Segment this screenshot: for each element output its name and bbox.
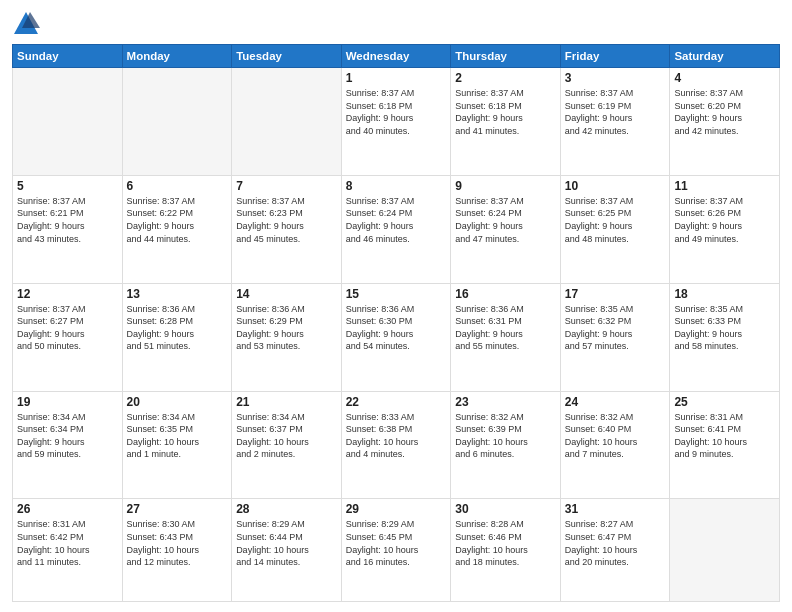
calendar-cell: 16Sunrise: 8:36 AM Sunset: 6:31 PM Dayli…: [451, 283, 561, 391]
page: SundayMondayTuesdayWednesdayThursdayFrid…: [0, 0, 792, 612]
day-info: Sunrise: 8:35 AM Sunset: 6:33 PM Dayligh…: [674, 303, 775, 353]
day-info: Sunrise: 8:28 AM Sunset: 6:46 PM Dayligh…: [455, 518, 556, 568]
day-number: 11: [674, 179, 775, 193]
day-number: 1: [346, 71, 447, 85]
calendar-cell: [122, 68, 232, 176]
calendar-cell: 17Sunrise: 8:35 AM Sunset: 6:32 PM Dayli…: [560, 283, 670, 391]
logo: [12, 10, 44, 38]
weekday-header-wednesday: Wednesday: [341, 45, 451, 68]
calendar-week-1: 5Sunrise: 8:37 AM Sunset: 6:21 PM Daylig…: [13, 175, 780, 283]
calendar-week-4: 26Sunrise: 8:31 AM Sunset: 6:42 PM Dayli…: [13, 499, 780, 602]
day-info: Sunrise: 8:34 AM Sunset: 6:34 PM Dayligh…: [17, 411, 118, 461]
day-number: 3: [565, 71, 666, 85]
calendar-cell: 22Sunrise: 8:33 AM Sunset: 6:38 PM Dayli…: [341, 391, 451, 499]
day-info: Sunrise: 8:37 AM Sunset: 6:27 PM Dayligh…: [17, 303, 118, 353]
day-number: 5: [17, 179, 118, 193]
day-info: Sunrise: 8:33 AM Sunset: 6:38 PM Dayligh…: [346, 411, 447, 461]
calendar-cell: 2Sunrise: 8:37 AM Sunset: 6:18 PM Daylig…: [451, 68, 561, 176]
calendar-cell: 9Sunrise: 8:37 AM Sunset: 6:24 PM Daylig…: [451, 175, 561, 283]
calendar-cell: 27Sunrise: 8:30 AM Sunset: 6:43 PM Dayli…: [122, 499, 232, 602]
day-number: 21: [236, 395, 337, 409]
day-info: Sunrise: 8:34 AM Sunset: 6:35 PM Dayligh…: [127, 411, 228, 461]
day-info: Sunrise: 8:31 AM Sunset: 6:42 PM Dayligh…: [17, 518, 118, 568]
calendar-cell: 8Sunrise: 8:37 AM Sunset: 6:24 PM Daylig…: [341, 175, 451, 283]
calendar-cell: [232, 68, 342, 176]
day-number: 14: [236, 287, 337, 301]
calendar-cell: 29Sunrise: 8:29 AM Sunset: 6:45 PM Dayli…: [341, 499, 451, 602]
day-number: 15: [346, 287, 447, 301]
calendar-week-0: 1Sunrise: 8:37 AM Sunset: 6:18 PM Daylig…: [13, 68, 780, 176]
calendar-cell: 28Sunrise: 8:29 AM Sunset: 6:44 PM Dayli…: [232, 499, 342, 602]
calendar-cell: 3Sunrise: 8:37 AM Sunset: 6:19 PM Daylig…: [560, 68, 670, 176]
calendar-cell: 6Sunrise: 8:37 AM Sunset: 6:22 PM Daylig…: [122, 175, 232, 283]
day-number: 20: [127, 395, 228, 409]
weekday-header-thursday: Thursday: [451, 45, 561, 68]
day-number: 30: [455, 502, 556, 516]
weekday-header-row: SundayMondayTuesdayWednesdayThursdayFrid…: [13, 45, 780, 68]
day-number: 26: [17, 502, 118, 516]
day-number: 24: [565, 395, 666, 409]
day-number: 10: [565, 179, 666, 193]
day-number: 6: [127, 179, 228, 193]
day-number: 19: [17, 395, 118, 409]
calendar-cell: 12Sunrise: 8:37 AM Sunset: 6:27 PM Dayli…: [13, 283, 123, 391]
calendar-cell: 11Sunrise: 8:37 AM Sunset: 6:26 PM Dayli…: [670, 175, 780, 283]
calendar-cell: 10Sunrise: 8:37 AM Sunset: 6:25 PM Dayli…: [560, 175, 670, 283]
calendar-cell: 26Sunrise: 8:31 AM Sunset: 6:42 PM Dayli…: [13, 499, 123, 602]
calendar-cell: 20Sunrise: 8:34 AM Sunset: 6:35 PM Dayli…: [122, 391, 232, 499]
calendar-cell: [670, 499, 780, 602]
weekday-header-monday: Monday: [122, 45, 232, 68]
weekday-header-tuesday: Tuesday: [232, 45, 342, 68]
day-number: 2: [455, 71, 556, 85]
day-number: 22: [346, 395, 447, 409]
day-info: Sunrise: 8:27 AM Sunset: 6:47 PM Dayligh…: [565, 518, 666, 568]
day-number: 28: [236, 502, 337, 516]
day-info: Sunrise: 8:37 AM Sunset: 6:18 PM Dayligh…: [455, 87, 556, 137]
calendar-cell: 1Sunrise: 8:37 AM Sunset: 6:18 PM Daylig…: [341, 68, 451, 176]
day-info: Sunrise: 8:37 AM Sunset: 6:24 PM Dayligh…: [346, 195, 447, 245]
day-number: 17: [565, 287, 666, 301]
day-info: Sunrise: 8:36 AM Sunset: 6:30 PM Dayligh…: [346, 303, 447, 353]
calendar-cell: 23Sunrise: 8:32 AM Sunset: 6:39 PM Dayli…: [451, 391, 561, 499]
logo-icon: [12, 10, 40, 38]
calendar-cell: 15Sunrise: 8:36 AM Sunset: 6:30 PM Dayli…: [341, 283, 451, 391]
day-number: 25: [674, 395, 775, 409]
day-info: Sunrise: 8:37 AM Sunset: 6:20 PM Dayligh…: [674, 87, 775, 137]
calendar-cell: 14Sunrise: 8:36 AM Sunset: 6:29 PM Dayli…: [232, 283, 342, 391]
day-info: Sunrise: 8:32 AM Sunset: 6:40 PM Dayligh…: [565, 411, 666, 461]
calendar-week-2: 12Sunrise: 8:37 AM Sunset: 6:27 PM Dayli…: [13, 283, 780, 391]
calendar-cell: 30Sunrise: 8:28 AM Sunset: 6:46 PM Dayli…: [451, 499, 561, 602]
day-info: Sunrise: 8:37 AM Sunset: 6:23 PM Dayligh…: [236, 195, 337, 245]
calendar-cell: 18Sunrise: 8:35 AM Sunset: 6:33 PM Dayli…: [670, 283, 780, 391]
day-info: Sunrise: 8:37 AM Sunset: 6:22 PM Dayligh…: [127, 195, 228, 245]
header: [12, 10, 780, 38]
day-info: Sunrise: 8:37 AM Sunset: 6:26 PM Dayligh…: [674, 195, 775, 245]
calendar-cell: 13Sunrise: 8:36 AM Sunset: 6:28 PM Dayli…: [122, 283, 232, 391]
day-number: 31: [565, 502, 666, 516]
calendar-cell: 7Sunrise: 8:37 AM Sunset: 6:23 PM Daylig…: [232, 175, 342, 283]
day-number: 23: [455, 395, 556, 409]
day-number: 9: [455, 179, 556, 193]
day-number: 18: [674, 287, 775, 301]
calendar-cell: [13, 68, 123, 176]
calendar-cell: 21Sunrise: 8:34 AM Sunset: 6:37 PM Dayli…: [232, 391, 342, 499]
day-info: Sunrise: 8:37 AM Sunset: 6:25 PM Dayligh…: [565, 195, 666, 245]
day-number: 8: [346, 179, 447, 193]
calendar-week-3: 19Sunrise: 8:34 AM Sunset: 6:34 PM Dayli…: [13, 391, 780, 499]
weekday-header-sunday: Sunday: [13, 45, 123, 68]
day-info: Sunrise: 8:35 AM Sunset: 6:32 PM Dayligh…: [565, 303, 666, 353]
day-info: Sunrise: 8:37 AM Sunset: 6:21 PM Dayligh…: [17, 195, 118, 245]
day-number: 13: [127, 287, 228, 301]
day-info: Sunrise: 8:36 AM Sunset: 6:29 PM Dayligh…: [236, 303, 337, 353]
calendar: SundayMondayTuesdayWednesdayThursdayFrid…: [12, 44, 780, 602]
day-number: 12: [17, 287, 118, 301]
day-number: 16: [455, 287, 556, 301]
day-number: 7: [236, 179, 337, 193]
calendar-cell: 31Sunrise: 8:27 AM Sunset: 6:47 PM Dayli…: [560, 499, 670, 602]
day-number: 29: [346, 502, 447, 516]
day-number: 27: [127, 502, 228, 516]
day-info: Sunrise: 8:37 AM Sunset: 6:19 PM Dayligh…: [565, 87, 666, 137]
day-info: Sunrise: 8:32 AM Sunset: 6:39 PM Dayligh…: [455, 411, 556, 461]
calendar-cell: 4Sunrise: 8:37 AM Sunset: 6:20 PM Daylig…: [670, 68, 780, 176]
day-info: Sunrise: 8:34 AM Sunset: 6:37 PM Dayligh…: [236, 411, 337, 461]
